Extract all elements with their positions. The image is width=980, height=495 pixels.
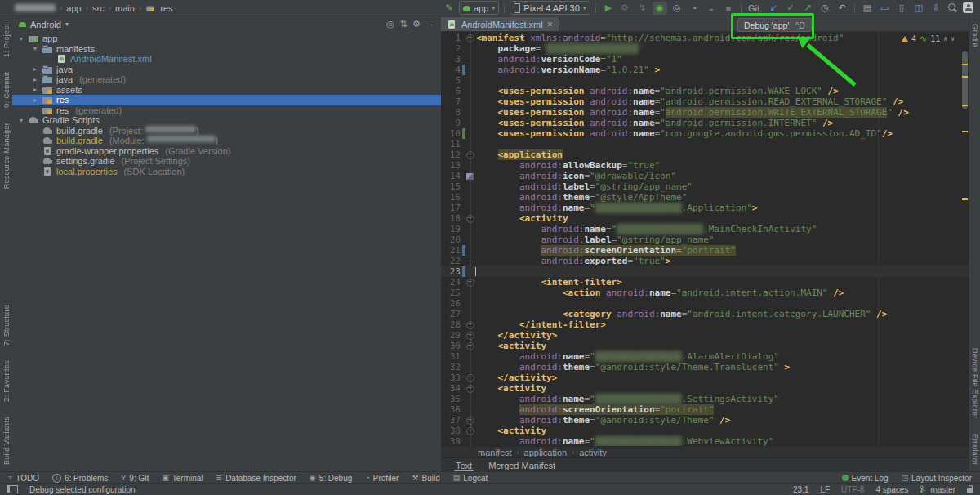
device-combo[interactable]: Pixel 4 API 30▾ bbox=[510, 1, 590, 15]
code-line[interactable]: 34 <activity bbox=[441, 383, 969, 394]
code-line[interactable]: 10 <uses-permission android:name="com.go… bbox=[441, 128, 969, 139]
editor-scrollbar[interactable] bbox=[962, 51, 968, 109]
fold-marker[interactable] bbox=[466, 149, 474, 160]
code-line[interactable]: 30 <activity bbox=[441, 341, 969, 351]
code-line[interactable]: 4 android:versionName="1.0.21" > bbox=[441, 65, 969, 75]
tree-item-settings-gradle[interactable]: settings.gradle(Project Settings) bbox=[12, 156, 441, 167]
stripe-gradle[interactable]: Gradle bbox=[971, 24, 979, 47]
project-structure-button[interactable]: ▤ bbox=[860, 2, 875, 15]
fold-marker[interactable] bbox=[466, 33, 474, 43]
code-line[interactable]: 18 <activity bbox=[441, 213, 969, 224]
warning-stripe-mark[interactable] bbox=[962, 105, 968, 106]
stripe--commit[interactable]: 0: Commit bbox=[2, 72, 11, 108]
code-line[interactable]: 32 android:theme="@android:style/Theme.T… bbox=[441, 362, 969, 372]
code-line[interactable]: 2 package="█████████████████" bbox=[441, 43, 969, 54]
profiler-button[interactable]: ◔ bbox=[687, 2, 702, 15]
code-line[interactable]: 36 android:screenOrientation="portrait" bbox=[441, 404, 969, 415]
event-log-button[interactable]: Event Log bbox=[842, 474, 889, 483]
fold-marker[interactable] bbox=[466, 415, 474, 426]
next-problem-icon[interactable]: ∨ bbox=[951, 33, 955, 44]
git-update-button[interactable]: ↙ bbox=[766, 2, 781, 15]
editor-breadcrumb-activity[interactable]: activity bbox=[579, 448, 607, 457]
tree-item-local-properties[interactable]: local.properties(SDK Location) bbox=[12, 167, 441, 177]
search-button[interactable] bbox=[946, 2, 960, 15]
inspections-widget[interactable]: 4 ∿ 11 ∧ ∨ bbox=[902, 33, 955, 44]
stripe-build-variants[interactable]: Build Variants bbox=[2, 417, 11, 465]
code-line[interactable]: 1<manifest xmlns:android="http://schemas… bbox=[441, 33, 969, 43]
todo-button[interactable]: ≡TODO bbox=[8, 474, 39, 483]
code-editor[interactable]: 1<manifest xmlns:android="http://schemas… bbox=[441, 31, 969, 447]
prev-problem-icon[interactable]: ∧ bbox=[943, 33, 947, 44]
warning-stripe-mark[interactable] bbox=[962, 76, 968, 78]
debug-toolwindow-button[interactable]: ◉5: Debug bbox=[310, 474, 352, 483]
git-branch[interactable]: master bbox=[920, 485, 956, 494]
apply-changes-button[interactable]: ⟳ bbox=[618, 2, 633, 15]
code-line[interactable]: 12 <application bbox=[441, 149, 969, 160]
code-line[interactable]: 25 <action android:name="android.intent.… bbox=[441, 288, 969, 298]
code-line[interactable]: 38 <activity bbox=[441, 426, 969, 436]
code-line[interactable]: 35 android:name="████████████████.Settin… bbox=[441, 394, 969, 404]
fold-marker[interactable] bbox=[466, 213, 474, 224]
code-line[interactable]: 27 <category android:name="android.inten… bbox=[441, 309, 969, 319]
breadcrumb-item-src[interactable]: src bbox=[92, 3, 105, 13]
code-line[interactable]: 7 <uses-permission android:name="android… bbox=[441, 96, 969, 107]
stripe--structure[interactable]: 7: Structure bbox=[2, 305, 11, 346]
terminal-button[interactable]: ▣Terminal bbox=[162, 474, 203, 483]
code-line[interactable]: 29 </activity> bbox=[441, 330, 969, 341]
subtab-text[interactable]: Text bbox=[451, 458, 477, 472]
code-line[interactable]: 9 <uses-permission android:name="android… bbox=[441, 118, 969, 128]
code-line[interactable]: 17 android:name="████████████████.Applic… bbox=[441, 203, 969, 213]
chevron-icon[interactable]: ▾ bbox=[31, 45, 39, 52]
code-line[interactable]: 8 <uses-permission android:name="android… bbox=[441, 107, 969, 118]
git-push-button[interactable]: ↗ bbox=[800, 2, 815, 15]
code-line[interactable]: 15 android:label="@string/app_name" bbox=[441, 181, 969, 192]
stripe-resource-manager[interactable]: Resource Manager bbox=[2, 123, 11, 189]
tree-item-java[interactable]: ▸java(generated) bbox=[12, 74, 441, 85]
run-button[interactable]: ▶ bbox=[601, 2, 616, 15]
hide-panel-icon[interactable]: – bbox=[423, 19, 436, 29]
profile-avatar[interactable] bbox=[963, 2, 973, 13]
tree-item-assets[interactable]: ▸assets bbox=[12, 85, 441, 96]
code-line[interactable]: 14 android:icon="@drawable/icon" bbox=[441, 171, 969, 181]
chevron-icon[interactable]: ▸ bbox=[31, 76, 39, 83]
git-commit-button[interactable]: ✓ bbox=[783, 2, 798, 15]
stripe--favorites[interactable]: 2: Favorites bbox=[2, 360, 11, 402]
wrench-icon[interactable]: ✎ bbox=[442, 2, 457, 15]
tree-item-res[interactable]: res(generated) bbox=[12, 105, 441, 116]
tree-item-app[interactable]: ▾app bbox=[12, 33, 441, 44]
build-toolwindow-button[interactable]: ⚒Build bbox=[412, 474, 439, 483]
file-encoding[interactable]: UTF-8 bbox=[841, 485, 864, 494]
settings-gear-icon[interactable]: ⚙ bbox=[410, 19, 423, 29]
attach-debugger-button[interactable]: ◎ bbox=[670, 2, 684, 15]
chevron-icon[interactable]: ▸ bbox=[31, 96, 39, 104]
stripe-device-file-explorer[interactable]: Device File Explorer bbox=[971, 348, 979, 419]
fold-marker[interactable] bbox=[466, 341, 474, 351]
collapse-all-icon[interactable]: ⇅ bbox=[397, 19, 410, 29]
tree-item-build-gradle[interactable]: build.gradle(Module: ████████.app) bbox=[12, 136, 441, 146]
code-line[interactable]: 21 android:screenOrientation="portrait" bbox=[441, 245, 969, 256]
chevron-icon[interactable]: ▾ bbox=[17, 117, 25, 124]
code-line[interactable]: 22 android:exported="true"> bbox=[441, 256, 969, 266]
stop-button[interactable]: ■ bbox=[721, 2, 736, 15]
code-line[interactable]: 37 android:theme="@android:style/Theme" … bbox=[441, 415, 969, 426]
tree-item-java[interactable]: ▸java bbox=[12, 65, 441, 75]
close-tab-icon[interactable]: ✕ bbox=[547, 20, 554, 29]
code-line[interactable]: 20 android:label="@string/app_name" bbox=[441, 234, 969, 245]
line-separator[interactable]: LF bbox=[820, 485, 830, 494]
code-line[interactable]: 3 android:versionCode="1" bbox=[441, 54, 969, 65]
code-line[interactable]: 5 bbox=[441, 75, 969, 86]
git-history-button[interactable]: ◷ bbox=[817, 2, 832, 15]
readonly-lock[interactable] bbox=[967, 486, 973, 493]
code-line[interactable]: 11 bbox=[441, 139, 969, 149]
console-button[interactable]: ▭ bbox=[877, 2, 892, 15]
fold-marker[interactable] bbox=[466, 330, 474, 341]
fold-marker[interactable] bbox=[466, 426, 474, 436]
subtab-merged-manifest[interactable]: Merged Manifest bbox=[483, 458, 560, 472]
git-rollback-button[interactable]: ↶ bbox=[835, 2, 849, 15]
code-line[interactable]: 19 android:name="████████████████.MainCh… bbox=[441, 224, 969, 234]
tool-window-switcher-icon[interactable] bbox=[7, 485, 18, 493]
code-line[interactable]: 13 android:allowBackup="true" bbox=[441, 160, 969, 171]
warning-stripe-mark[interactable] bbox=[962, 64, 968, 65]
debug-button[interactable]: ◉ bbox=[653, 2, 667, 15]
code-line[interactable]: 24 <intent-filter> bbox=[441, 277, 969, 288]
